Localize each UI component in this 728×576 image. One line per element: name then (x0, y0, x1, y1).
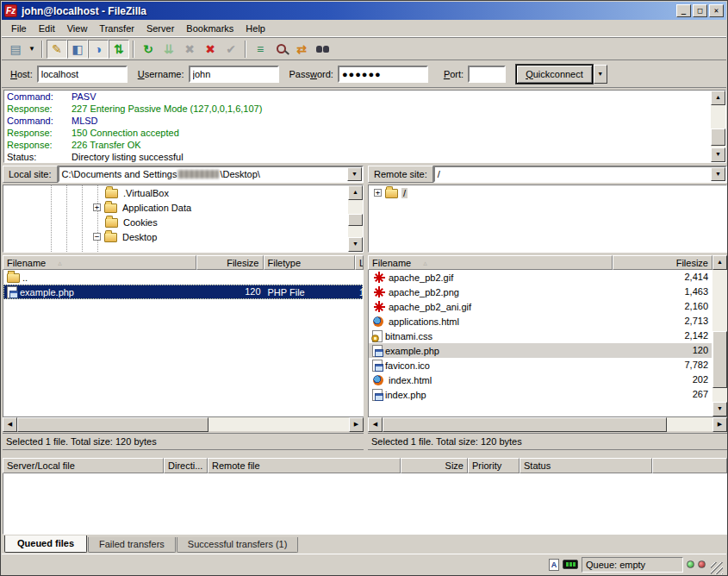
log-scrollbar[interactable]: ▲ ▼ (711, 91, 725, 162)
file-row[interactable]: apache_pb2.gif 2,414 (369, 270, 712, 285)
column-filesize[interactable]: Filesize (196, 255, 264, 270)
tree-item[interactable]: Cookies (3, 215, 348, 229)
column-spacer (652, 458, 727, 473)
file-row[interactable]: .. (3, 270, 363, 285)
tree-item[interactable]: − Desktop (3, 229, 348, 244)
menu-bookmarks[interactable]: Bookmarks (180, 22, 240, 35)
resize-grip[interactable] (711, 562, 723, 574)
file-row[interactable]: apache_pb2_ani.gif 2,160 (369, 299, 712, 314)
collapse-icon[interactable]: − (93, 233, 101, 241)
maximize-button[interactable]: □ (693, 4, 707, 17)
cancel-operation-button[interactable]: ✖ (179, 40, 200, 59)
remote-list-scrollbar[interactable]: ▲ ▼ (712, 255, 727, 416)
tree-item[interactable]: + / (369, 185, 726, 200)
column-remote-file[interactable]: Remote file (208, 458, 401, 473)
column-filesize[interactable]: Filesize (613, 255, 712, 270)
site-manager-dropdown-button[interactable]: ▼ (26, 40, 38, 59)
column-lastmodified[interactable]: L (355, 255, 364, 270)
password-input[interactable] (338, 66, 428, 83)
scroll-thumb[interactable] (17, 417, 208, 432)
quickconnect-button[interactable]: Quickconnect (516, 65, 593, 84)
scroll-up-icon[interactable]: ▲ (711, 91, 725, 105)
scroll-left-icon[interactable]: ◀ (368, 417, 383, 432)
minimize-button[interactable]: _ (676, 4, 691, 17)
file-row[interactable]: example.php 120 (369, 343, 712, 358)
scroll-thumb[interactable] (348, 214, 363, 226)
file-row[interactable]: bitnami.css 2,142 (369, 329, 712, 343)
queue-list[interactable] (3, 473, 727, 535)
local-horizontal-scrollbar[interactable]: ◀ ▶ (3, 416, 364, 431)
find-files-button[interactable] (312, 40, 333, 59)
scroll-left-icon[interactable]: ◀ (3, 417, 17, 432)
menu-view[interactable]: View (61, 22, 94, 35)
scroll-thumb[interactable] (383, 417, 667, 432)
tab-successful-transfers[interactable]: Successful transfers (1) (177, 537, 299, 553)
tree-item[interactable]: .VirtualBox (3, 185, 348, 200)
scroll-up-icon[interactable]: ▲ (348, 185, 363, 200)
username-input[interactable] (189, 66, 279, 83)
window-title: john@localhost - FileZilla (22, 5, 676, 17)
menu-bar: File Edit View Transfer Server Bookmarks… (2, 20, 726, 37)
expand-icon[interactable]: + (374, 189, 382, 197)
reconnect-button[interactable]: ✔ (221, 40, 241, 59)
process-queue-button[interactable]: ⇊ (159, 40, 179, 59)
scroll-thumb[interactable] (712, 331, 727, 388)
scroll-up-icon[interactable]: ▲ (712, 255, 727, 270)
menu-file[interactable]: File (5, 22, 33, 35)
expand-icon[interactable]: + (93, 203, 101, 211)
tab-queued-files[interactable]: Queued files (4, 535, 87, 553)
file-row[interactable]: example.php 120 PHP File 1 (3, 285, 363, 299)
menu-help[interactable]: Help (240, 22, 271, 35)
column-status[interactable]: Status (520, 458, 652, 473)
filter-button[interactable]: ≡ (250, 40, 271, 59)
column-server-local-file[interactable]: Server/Local file (3, 458, 164, 473)
menu-transfer[interactable]: Transfer (93, 22, 140, 35)
column-direction[interactable]: Directi... (164, 458, 208, 473)
remote-horizontal-scrollbar[interactable]: ◀ ▶ (368, 416, 727, 431)
scroll-down-icon[interactable]: ▼ (711, 147, 725, 162)
file-row[interactable]: apache_pb2.png 1,463 (369, 285, 712, 299)
host-input[interactable] (37, 66, 128, 83)
menu-server[interactable]: Server (140, 22, 180, 35)
close-button[interactable]: ✕ (709, 4, 724, 17)
column-size[interactable]: Size (401, 458, 468, 473)
toggle-message-log-button[interactable]: ✎ (47, 40, 67, 59)
scroll-right-icon[interactable]: ▶ (712, 417, 727, 432)
combo-dropdown-icon[interactable]: ▼ (711, 167, 725, 181)
toggle-local-tree-button[interactable]: ◧ (67, 40, 88, 59)
scroll-down-icon[interactable]: ▼ (712, 402, 727, 416)
file-row[interactable]: index.php 267 (369, 387, 712, 402)
column-filename[interactable]: Filename▵ (368, 255, 613, 270)
disconnect-button[interactable]: ✖ (200, 40, 221, 59)
quickconnect-dropdown-button[interactable]: ▼ (594, 65, 607, 84)
scroll-down-icon[interactable]: ▼ (348, 237, 363, 252)
scroll-thumb[interactable] (711, 128, 725, 146)
file-row[interactable]: index.html 202 (369, 373, 712, 387)
tab-failed-transfers[interactable]: Failed transfers (88, 537, 176, 553)
folder-icon (385, 189, 398, 198)
column-filetype[interactable]: Filetype (264, 255, 355, 270)
port-input[interactable] (468, 66, 506, 83)
folder-icon (104, 203, 117, 213)
site-manager-button[interactable]: ▤ (5, 40, 26, 59)
local-path-combobox[interactable]: C:\Documents and Settings\Desktop\ ▼ (58, 166, 364, 183)
speed-limit-indicator-icon (563, 560, 578, 569)
refresh-button[interactable]: ↻ (138, 40, 159, 59)
directory-comparison-button[interactable] (271, 40, 291, 59)
synchronized-browsing-button[interactable]: ⇄ (291, 40, 312, 59)
tree-item[interactable]: + Application Data (3, 200, 348, 215)
menu-edit[interactable]: Edit (33, 22, 61, 35)
remote-file-list: apache_pb2.gif 2,414 apache_pb2.png 1,46… (368, 270, 712, 416)
toggle-remote-tree-button[interactable]: ◑ (88, 40, 109, 59)
combo-dropdown-icon[interactable]: ▼ (347, 167, 362, 181)
scroll-right-icon[interactable]: ▶ (349, 417, 364, 432)
remote-path-combobox[interactable]: / ▼ (433, 166, 727, 183)
file-row[interactable]: applications.html 2,713 (369, 314, 712, 329)
local-tree-scrollbar[interactable]: ▲ ▼ (348, 185, 363, 252)
file-row[interactable]: favicon.ico 7,782 (369, 358, 712, 373)
column-priority[interactable]: Priority (468, 458, 520, 473)
local-pane: Local site: C:\Documents and Settings\De… (3, 165, 364, 452)
column-filename[interactable]: Filename▵ (3, 255, 196, 270)
local-site-label: Local site: (3, 166, 58, 183)
toggle-transfer-queue-button[interactable]: ⇅ (109, 40, 129, 59)
